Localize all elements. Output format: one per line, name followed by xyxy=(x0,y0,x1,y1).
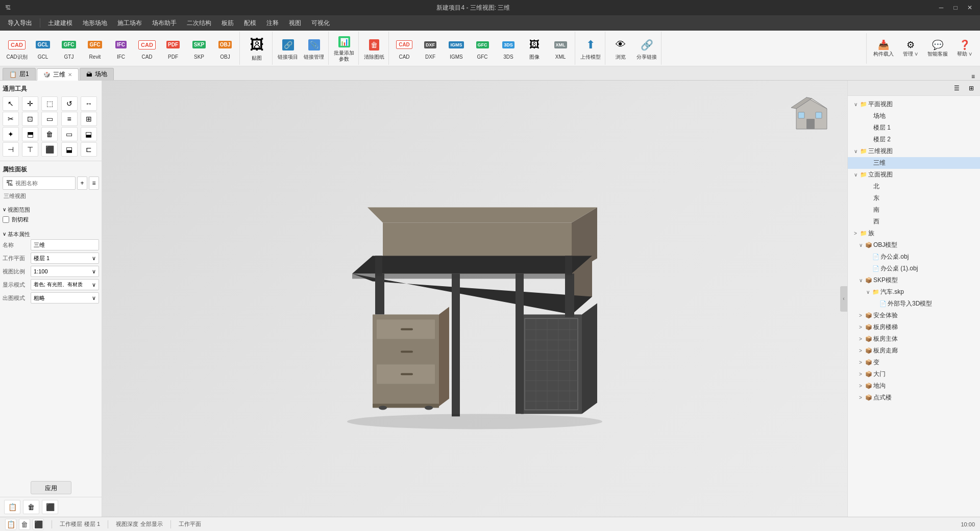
toolbar-export-cad[interactable]: CAD CAD xyxy=(391,33,417,64)
prop-scale-select[interactable]: 1:100∨ xyxy=(31,266,99,277)
tree-item-desk-obj2[interactable]: 📄 办公桌 (1).obj xyxy=(848,263,980,274)
tool-measure[interactable]: ⊏ xyxy=(81,142,97,157)
toolbar-cad-recognize[interactable]: CAD CAD识别 xyxy=(4,33,30,64)
toolbar-export-igms[interactable]: IGMS IGMS xyxy=(444,33,469,64)
toolbar-export-3ds[interactable]: 3DS 3DS xyxy=(496,33,521,64)
statusbar-btn3[interactable]: ⬛ xyxy=(33,519,44,530)
statusbar-btn2[interactable]: 🗑 xyxy=(19,519,30,530)
prop-draw-mode-select[interactable]: 粗略∨ xyxy=(31,292,99,304)
tree-item-ditch[interactable]: > 📦 地沟 xyxy=(848,380,980,392)
tool-orbit[interactable]: ⬚ xyxy=(41,96,58,111)
toolbar-pdf[interactable]: PDF PDF xyxy=(160,33,186,64)
toolbar-gcl[interactable]: GCL GCL xyxy=(30,33,56,64)
tab-site[interactable]: 🏔 场地 xyxy=(80,68,114,80)
menu-view[interactable]: 视图 xyxy=(284,17,306,30)
toolbar-help[interactable]: ❓ 帮助 ∨ xyxy=(952,33,977,64)
tool-select[interactable]: ↖ xyxy=(3,96,19,111)
board-body-expand[interactable]: > xyxy=(857,336,864,343)
board-corridor-expand[interactable]: > xyxy=(857,347,864,355)
apply-button[interactable]: 应用 xyxy=(31,481,71,494)
filter-button[interactable]: ⊞ xyxy=(965,82,977,94)
tree-item-board-body[interactable]: > 📦 板房主体 xyxy=(848,333,980,345)
left-bottom-btn2[interactable]: 🗑 xyxy=(23,500,39,514)
skp-models-expand[interactable]: ∨ xyxy=(857,277,864,284)
toolbar-share-link[interactable]: 🔗 分享链接 xyxy=(634,33,659,64)
tree-item-car-skp[interactable]: ∨ 📁 汽车.skp xyxy=(848,286,980,298)
toolbar-export-dxf[interactable]: DXF DXF xyxy=(418,33,443,64)
tool-lock[interactable]: ⬒ xyxy=(22,127,38,141)
tree-item-gate[interactable]: > 📦 大门 xyxy=(848,368,980,380)
tool-next[interactable]: ⊤ xyxy=(22,142,38,157)
tree-item-point-building[interactable]: > 📦 点式楼 xyxy=(848,392,980,403)
tree-item-change[interactable]: > 📦 变 xyxy=(848,357,980,368)
toolbar-batch-params[interactable]: 📊 批量添加参数 xyxy=(331,33,357,64)
view-name-btn2[interactable]: ≡ xyxy=(89,176,99,190)
view-name-btn1[interactable]: + xyxy=(77,176,87,190)
toolbar-export-image[interactable]: 🖼 图像 xyxy=(522,33,547,64)
3d-view-expand[interactable]: ∨ xyxy=(852,148,859,155)
families-expand[interactable]: > xyxy=(852,230,859,237)
basic-props-toggle[interactable]: ∨ 基本属性 xyxy=(3,229,99,239)
menu-rebar[interactable]: 板筋 xyxy=(216,17,239,30)
toolbar-skp[interactable]: SKP SKP xyxy=(186,33,212,64)
tool-copy[interactable]: ✂ xyxy=(3,112,19,126)
safety-expand[interactable]: > xyxy=(857,312,864,319)
tree-item-south[interactable]: 南 xyxy=(848,204,980,216)
tree-item-board-stair[interactable]: > 📦 板房楼梯 xyxy=(848,321,980,333)
tree-item-board-corridor[interactable]: > 📦 板房走廊 xyxy=(848,345,980,357)
toolbar-gtj[interactable]: GFC GTJ xyxy=(56,33,82,64)
tree-item-3d-import[interactable]: 📄 外部导入3D模型 xyxy=(848,298,980,310)
menu-site-layout[interactable]: 场布助手 xyxy=(147,17,182,30)
toolbar-ai-service[interactable]: 💬 智能客服 xyxy=(925,33,950,64)
tool-mirror[interactable]: ↔ xyxy=(81,96,97,111)
panel-collapse-button[interactable]: ‹ xyxy=(840,286,847,312)
prop-display-mode-select[interactable]: 着色; 有光照、有材质∨ xyxy=(31,279,99,290)
left-bottom-btn3[interactable]: ⬛ xyxy=(42,500,58,514)
view-range-toggle[interactable]: ∨ 视图范围 xyxy=(3,204,99,215)
tree-section-families[interactable]: > 📁 族 xyxy=(848,227,980,239)
tool-align[interactable]: ⊡ xyxy=(22,112,38,126)
prop-workplane-select[interactable]: 楼层 1∨ xyxy=(31,252,99,264)
tree-item-north[interactable]: 北 xyxy=(848,181,980,192)
tool-box[interactable]: ⬛ xyxy=(41,142,58,157)
elevation-expand[interactable]: ∨ xyxy=(852,171,859,179)
statusbar-btn1[interactable]: 📋 xyxy=(5,519,16,530)
tree-item-floor2[interactable]: 楼层 2 xyxy=(848,134,980,145)
point-building-expand[interactable]: > xyxy=(857,394,864,401)
tree-section-3d-view[interactable]: ∨ 📁 三维视图 xyxy=(848,145,980,157)
toolbar-export-xml[interactable]: XML XML xyxy=(548,33,573,64)
menu-visualization[interactable]: 可视化 xyxy=(306,17,335,30)
tree-item-west[interactable]: 西 xyxy=(848,216,980,227)
car-skp-expand[interactable]: ∨ xyxy=(864,289,871,296)
tree-item-3d[interactable]: 三维 xyxy=(848,157,980,169)
toolbar-texture[interactable]: 🖼 贴图 xyxy=(242,33,271,64)
toolbar-link-project[interactable]: 🔗 链接项目 xyxy=(275,33,301,64)
toolbar-upload-model[interactable]: ⬆ 上传模型 xyxy=(578,33,603,64)
tree-item-east[interactable]: 东 xyxy=(848,192,980,204)
tool-move[interactable]: ✛ xyxy=(22,96,38,111)
menu-construction[interactable]: 施工场布 xyxy=(112,17,147,30)
tool-components[interactable]: ⬓ xyxy=(61,142,78,157)
toolbar-link-manage[interactable]: 📎 链接管理 xyxy=(301,33,327,64)
minimize-button[interactable]: ─ xyxy=(936,3,946,13)
left-bottom-btn1[interactable]: 📋 xyxy=(4,500,20,514)
toolbar-clear-drawings[interactable]: 🗑 清除图纸 xyxy=(361,33,387,64)
board-stair-expand[interactable]: > xyxy=(857,324,864,331)
toolbar-ifc[interactable]: IFC IFC xyxy=(108,33,134,64)
tab-3d-close[interactable]: ✕ xyxy=(68,72,72,78)
floor-plan-expand[interactable]: ∨ xyxy=(852,101,859,108)
close-button[interactable]: ✕ xyxy=(965,3,975,13)
maximize-button[interactable]: □ xyxy=(950,3,961,13)
tool-group[interactable]: ⊞ xyxy=(81,112,97,126)
tree-section-floor-plan[interactable]: ∨ 📁 平面视图 xyxy=(848,98,980,110)
tree-item-floor1[interactable]: 楼层 1 xyxy=(848,122,980,134)
tool-prev[interactable]: ⊣ xyxy=(3,142,19,157)
toolbar-cad[interactable]: CAD CAD xyxy=(134,33,160,64)
tree-section-elevation[interactable]: ∨ 📁 立面视图 xyxy=(848,169,980,181)
toolbar-export-gfc[interactable]: GFC GFC xyxy=(470,33,495,64)
tool-cloud[interactable]: ⬓ xyxy=(81,127,97,141)
tool-delete[interactable]: 🗑 xyxy=(41,127,58,141)
tab-3d[interactable]: 🎲 三维 ✕ xyxy=(37,68,79,81)
prop-name-value[interactable]: 三维 xyxy=(31,239,99,250)
menu-annotation[interactable]: 注释 xyxy=(261,17,284,30)
